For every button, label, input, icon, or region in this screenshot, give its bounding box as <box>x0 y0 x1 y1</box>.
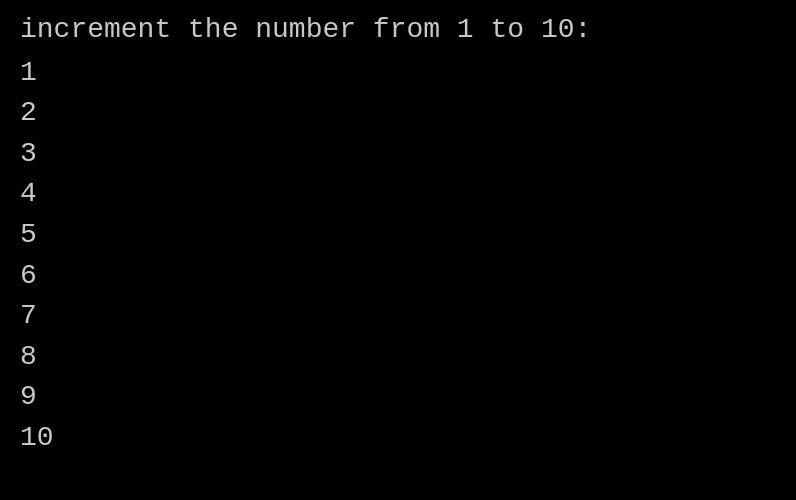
number-item: 4 <box>20 174 776 215</box>
number-item: 8 <box>20 337 776 378</box>
number-item: 6 <box>20 256 776 297</box>
number-item: 7 <box>20 296 776 337</box>
header-text: increment the number from 1 to 10: <box>20 10 776 51</box>
number-item: 2 <box>20 93 776 134</box>
number-item: 9 <box>20 377 776 418</box>
number-item: 3 <box>20 134 776 175</box>
number-list: 12345678910 <box>20 53 776 459</box>
number-item: 10 <box>20 418 776 459</box>
number-item: 1 <box>20 53 776 94</box>
number-item: 5 <box>20 215 776 256</box>
